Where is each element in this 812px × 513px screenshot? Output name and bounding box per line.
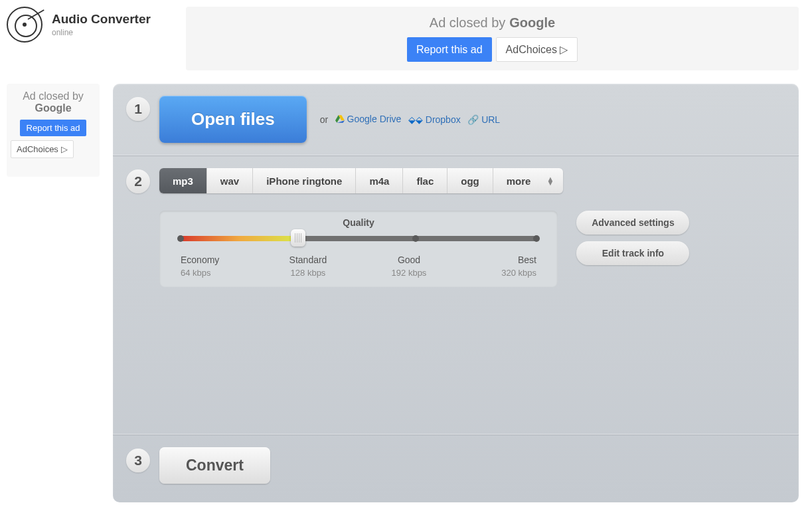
slider-handle[interactable] — [291, 229, 305, 247]
url-link[interactable]: 🔗 URL — [467, 114, 500, 125]
app-subtitle: online — [52, 28, 151, 37]
adchoices-button[interactable]: AdChoices ▷ — [496, 37, 578, 62]
step-3: 3 Convert — [113, 435, 799, 502]
link-icon: 🔗 — [467, 114, 479, 125]
vinyl-record-icon — [7, 7, 42, 43]
step-2: 2 mp3 wav iPhone ringtone m4a flac ogg m… — [113, 156, 799, 434]
step-1: 1 Open files or Google Drive ⬙⬙ Dropbox … — [113, 84, 799, 155]
google-logo-text-side: Google — [35, 102, 71, 114]
google-drive-icon — [335, 115, 345, 123]
quality-level-standard: Standard 128 kbps — [282, 255, 335, 278]
side-ad-banner: Ad closed by Google Report this ad AdCho… — [7, 84, 100, 177]
format-tab-mp3[interactable]: mp3 — [159, 168, 206, 193]
google-drive-link[interactable]: Google Drive — [335, 114, 402, 124]
format-tab-ringtone[interactable]: iPhone ringtone — [252, 168, 355, 193]
advanced-settings-button[interactable]: Advanced settings — [576, 211, 689, 235]
step-number-2: 2 — [126, 169, 150, 193]
quality-level-economy: Economy 64 kbps — [181, 255, 234, 278]
logo-area: Audio Converter online — [7, 7, 186, 43]
edit-track-info-button[interactable]: Edit track info — [576, 241, 689, 265]
adchoices-button-side[interactable]: AdChoices ▷ — [11, 140, 74, 158]
quality-panel: Quality Economy 64 kbps — [159, 211, 558, 287]
dropbox-link[interactable]: ⬙⬙ Dropbox — [408, 114, 461, 125]
google-logo-text: Google — [509, 15, 555, 31]
adchoices-icon: ▷ — [560, 43, 568, 56]
step-number-3: 3 — [126, 449, 150, 472]
or-label: or — [320, 114, 328, 125]
quality-level-good: Good 192 kbps — [382, 255, 436, 278]
app-title: Audio Converter — [52, 12, 151, 27]
convert-button[interactable]: Convert — [159, 447, 270, 484]
report-ad-button-side[interactable]: Report this ad — [20, 120, 87, 136]
quality-level-best: Best 320 kbps — [483, 255, 536, 278]
dropbox-icon: ⬙⬙ — [408, 114, 423, 125]
converter-panel: 1 Open files or Google Drive ⬙⬙ Dropbox … — [113, 84, 799, 502]
format-tab-wav[interactable]: wav — [206, 168, 252, 193]
open-files-button[interactable]: Open files — [159, 96, 307, 143]
format-tab-ogg[interactable]: ogg — [447, 168, 493, 193]
format-tabs: mp3 wav iPhone ringtone m4a flac ogg mor… — [159, 168, 563, 193]
ad-closed-label: Ad closed by Google — [430, 15, 555, 31]
report-ad-button[interactable]: Report this ad — [407, 37, 492, 62]
step-number-1: 1 — [126, 97, 150, 121]
chevron-updown-icon: ▲▼ — [546, 177, 554, 185]
ad-closed-label-side: Ad closed by Google — [11, 90, 96, 114]
format-tab-more[interactable]: more ▲▼ — [493, 168, 564, 193]
quality-slider[interactable] — [181, 236, 536, 241]
adchoices-icon: ▷ — [61, 144, 68, 154]
top-ad-banner: Ad closed by Google Report this ad AdCho… — [186, 7, 799, 70]
quality-title: Quality — [181, 217, 536, 228]
format-tab-m4a[interactable]: m4a — [355, 168, 402, 193]
format-tab-flac[interactable]: flac — [402, 168, 447, 193]
